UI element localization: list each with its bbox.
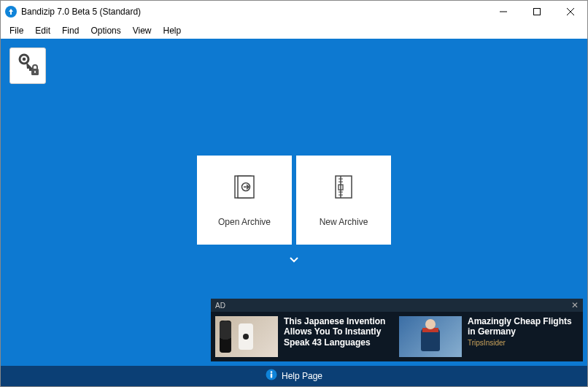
maximize-button[interactable] — [520, 1, 554, 23]
ad-text-1: This Japanese Invention Allows You To In… — [284, 316, 395, 357]
expand-options-button[interactable] — [289, 253, 299, 267]
menu-help[interactable]: Help — [158, 24, 187, 37]
ad-sub-2: TripsInsider — [468, 339, 579, 347]
footer-help-label: Help Page — [282, 371, 322, 381]
center-tiles: Open Archive New Archive — [197, 156, 391, 245]
menu-view[interactable]: View — [127, 24, 158, 37]
menu-edit[interactable]: Edit — [29, 24, 56, 37]
main-area: Open Archive New Archive — [1, 39, 587, 366]
ad-title-1: This Japanese Invention Allows You To In… — [284, 316, 395, 348]
ad-panel: AD ✕ This Japanese Invention Allows You … — [211, 299, 583, 361]
window-title: Bandizip 7.0 Beta 5 (Standard) — [21, 7, 141, 17]
ad-header: AD ✕ — [211, 299, 583, 312]
minimize-button[interactable] — [487, 1, 520, 23]
svg-rect-1 — [534, 9, 541, 15]
key-lock-icon — [15, 52, 40, 80]
info-icon — [266, 369, 277, 383]
new-archive-icon — [330, 173, 357, 204]
close-button[interactable] — [554, 1, 587, 23]
chevron-down-icon — [289, 253, 299, 266]
ad-text-2: Amazingly Cheap Flights in Germany Trips… — [468, 316, 579, 357]
close-icon: ✕ — [571, 300, 579, 310]
titlebar: Bandizip 7.0 Beta 5 (Standard) — [1, 1, 587, 23]
ad-thumbnail-1 — [215, 316, 278, 357]
ad-label: AD — [215, 302, 225, 310]
svg-rect-20 — [271, 374, 272, 378]
app-logo-icon — [5, 6, 17, 18]
open-archive-label: Open Archive — [218, 217, 271, 227]
new-archive-tile[interactable]: New Archive — [296, 156, 391, 245]
open-archive-tile[interactable]: Open Archive — [197, 156, 292, 245]
menubar: File Edit Find Options View Help — [1, 23, 587, 39]
new-archive-label: New Archive — [320, 217, 368, 227]
ad-item-2[interactable]: Amazingly Cheap Flights in Germany Trips… — [399, 316, 579, 357]
svg-rect-7 — [34, 71, 36, 73]
menu-options[interactable]: Options — [85, 24, 126, 37]
footer-help-bar[interactable]: Help Page — [1, 366, 587, 386]
ad-close-button[interactable]: ✕ — [571, 301, 579, 310]
svg-rect-11 — [336, 176, 352, 198]
menu-find[interactable]: Find — [56, 24, 85, 37]
open-archive-icon — [231, 173, 258, 204]
window-controls — [487, 1, 587, 23]
app-window: Bandizip 7.0 Beta 5 (Standard) File Edit… — [0, 0, 588, 387]
ad-title-2: Amazingly Cheap Flights in Germany — [468, 316, 579, 337]
ad-body: This Japanese Invention Allows You To In… — [211, 312, 583, 361]
password-manager-button[interactable] — [9, 47, 46, 84]
ad-thumbnail-2 — [399, 316, 462, 357]
svg-point-19 — [271, 371, 273, 373]
ad-item-1[interactable]: This Japanese Invention Allows You To In… — [215, 316, 395, 357]
svg-point-5 — [23, 58, 26, 61]
menu-file[interactable]: File — [4, 24, 29, 37]
